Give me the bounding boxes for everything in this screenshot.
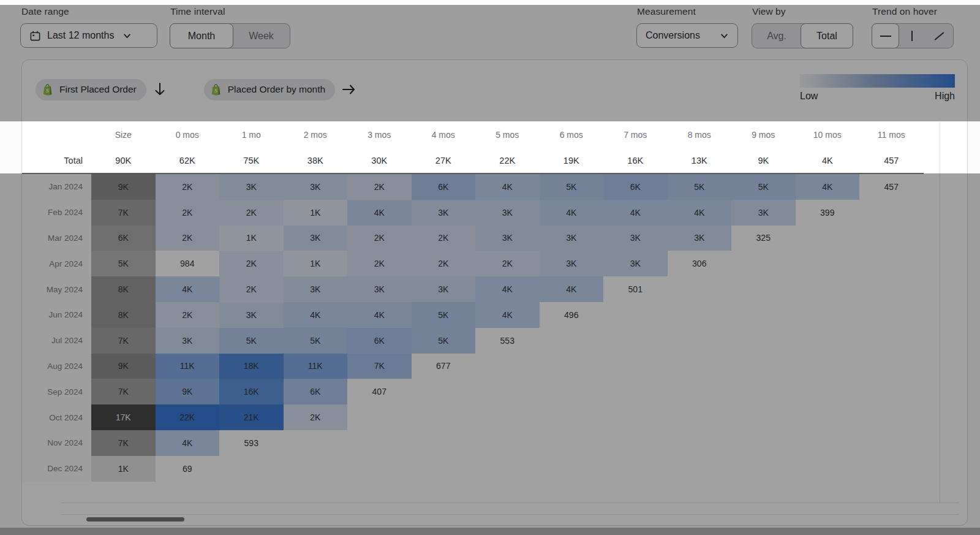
value-cell[interactable]: 3K [284,276,348,302]
value-cell[interactable]: 5K [412,328,476,354]
size-cell[interactable]: 7K [91,379,156,404]
value-cell[interactable]: 11K [284,354,348,379]
value-cell[interactable]: 4K [540,276,604,302]
value-cell[interactable]: 6K [412,174,476,200]
value-cell[interactable]: 18K [219,354,284,379]
scrollbar-thumb[interactable] [86,517,184,522]
size-cell[interactable]: 17K [91,404,156,430]
value-cell[interactable]: 3K [540,251,604,276]
trend-vertical-button[interactable] [899,24,925,48]
value-cell[interactable]: 4K [475,302,540,328]
value-cell[interactable]: 4K [475,276,540,302]
size-cell[interactable]: 1K [91,456,156,482]
value-cell[interactable]: 5K [668,174,732,200]
value-cell[interactable]: 677 [412,354,476,379]
value-cell[interactable]: 2K [219,251,284,276]
value-cell[interactable]: 4K [540,200,604,226]
value-cell[interactable]: 2K [219,276,284,302]
measurement-button[interactable]: Conversions [636,23,738,48]
value-cell[interactable]: 5K [540,174,604,200]
value-cell[interactable]: 1K [284,251,348,276]
value-cell[interactable]: 2K [412,226,476,251]
second-event-chip[interactable]: S Placed Order by month [204,79,335,101]
value-cell[interactable]: 6K [603,174,668,200]
value-cell[interactable]: 11K [156,354,220,379]
size-cell[interactable]: 7K [91,430,156,456]
size-cell[interactable]: 9K [91,354,156,379]
value-cell[interactable]: 2K [347,226,412,251]
value-cell[interactable]: 3K [347,276,412,302]
size-cell[interactable]: 9K [91,174,156,200]
date-range-button[interactable]: Last 12 months [20,23,157,48]
value-cell[interactable]: 5K [731,174,796,200]
value-cell[interactable]: 306 [668,251,732,276]
segment-week[interactable]: Week [233,24,290,48]
value-cell[interactable]: 9K [156,379,220,404]
value-cell[interactable]: 4K [284,302,348,328]
value-cell[interactable]: 3K [668,226,732,251]
value-cell[interactable]: 7K [347,354,412,379]
value-cell[interactable]: 2K [156,174,220,200]
value-cell[interactable]: 3K [540,226,604,251]
value-cell[interactable]: 5K [219,328,284,354]
value-cell[interactable]: 22K [156,404,220,430]
first-event-chip[interactable]: S First Placed Order [36,79,146,101]
value-cell[interactable]: 3K [475,200,540,226]
value-cell[interactable]: 2K [284,404,348,430]
trend-horizontal-button[interactable] [872,23,899,48]
value-cell[interactable]: 16K [219,379,284,404]
value-cell[interactable]: 3K [603,226,668,251]
value-cell[interactable]: 496 [540,302,604,328]
value-cell[interactable]: 5K [412,302,476,328]
value-cell[interactable]: 984 [156,251,220,276]
value-cell[interactable]: 1K [219,226,284,251]
segment-total[interactable]: Total [801,23,853,48]
value-cell[interactable]: 3K [412,200,476,226]
scrollbar-track[interactable] [61,503,959,515]
value-cell[interactable]: 3K [284,174,348,200]
segment-avg[interactable]: Avg. [752,24,801,48]
segment-month[interactable]: Month [170,23,233,48]
value-cell[interactable]: 4K [475,174,540,200]
value-cell[interactable]: 2K [347,251,412,276]
size-cell[interactable]: 7K [91,200,156,226]
value-cell[interactable]: 3K [603,251,668,276]
value-cell[interactable]: 2K [156,302,220,328]
value-cell[interactable]: 593 [219,430,284,456]
value-cell[interactable]: 2K [347,174,412,200]
value-cell[interactable]: 3K [156,328,220,354]
value-cell[interactable]: 6K [284,379,348,404]
value-cell[interactable]: 325 [731,226,796,251]
size-cell[interactable]: 7K [91,328,156,354]
value-cell[interactable]: 553 [475,328,540,354]
value-cell[interactable]: 2K [219,200,284,226]
value-cell[interactable]: 2K [156,226,220,251]
value-cell[interactable]: 3K [412,276,476,302]
value-cell[interactable]: 4K [347,302,412,328]
value-cell[interactable]: 3K [219,302,284,328]
value-cell[interactable]: 6K [347,328,412,354]
size-cell[interactable]: 8K [91,276,156,302]
value-cell[interactable]: 4K [668,200,732,226]
value-cell[interactable]: 5K [284,328,348,354]
value-cell[interactable]: 407 [347,379,412,404]
value-cell[interactable]: 4K [156,276,220,302]
value-cell[interactable]: 3K [284,226,348,251]
value-cell[interactable]: 3K [219,174,284,200]
value-cell[interactable]: 2K [156,200,220,226]
value-cell[interactable]: 4K [603,200,668,226]
size-cell[interactable]: 8K [91,302,156,328]
value-cell[interactable]: 1K [284,200,348,226]
value-cell[interactable]: 69 [156,456,220,482]
value-cell[interactable]: 4K [796,174,860,200]
value-cell[interactable]: 457 [859,174,924,200]
value-cell[interactable]: 501 [603,276,668,302]
value-cell[interactable]: 4K [347,200,412,226]
value-cell[interactable]: 3K [475,226,540,251]
value-cell[interactable]: 3K [731,200,796,226]
size-cell[interactable]: 6K [91,226,156,251]
value-cell[interactable]: 399 [796,200,860,226]
value-cell[interactable]: 2K [475,251,540,276]
value-cell[interactable]: 21K [219,404,284,430]
value-cell[interactable]: 4K [156,430,220,456]
